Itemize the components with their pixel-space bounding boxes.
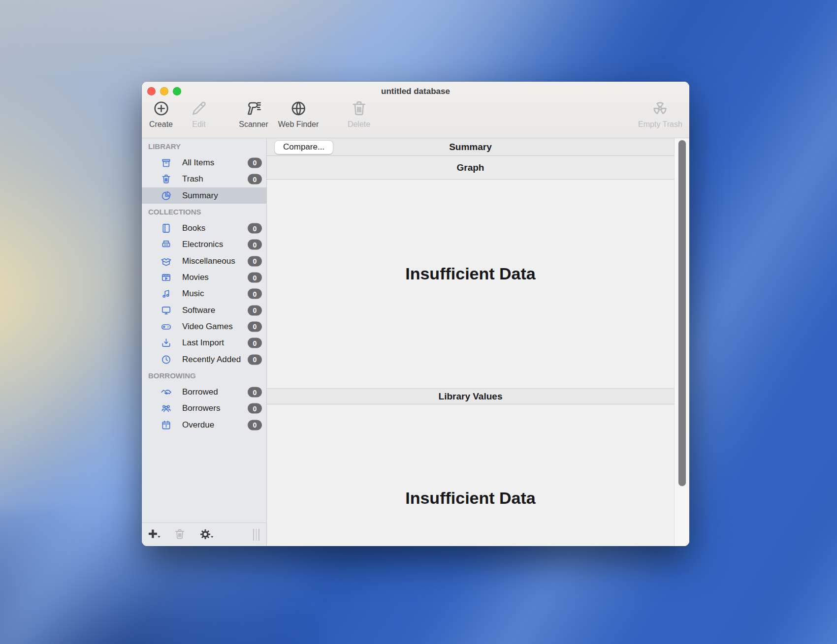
toolbar-button-edit: Edit bbox=[190, 99, 208, 129]
sidebar-item-miscellaneous[interactable]: Miscellaneous0 bbox=[142, 253, 266, 269]
sidebar-item-last-import[interactable]: Last Import0 bbox=[142, 335, 266, 351]
sidebar-item-label: All Items bbox=[182, 158, 214, 168]
sidebar-item-borrowers[interactable]: Borrowers0 bbox=[142, 400, 266, 417]
item-count-badge: 0 bbox=[248, 305, 262, 315]
toolbar-button-label: Edit bbox=[192, 120, 206, 129]
printer-icon bbox=[161, 239, 172, 250]
sidebar-item-label: Borrowed bbox=[182, 387, 218, 397]
toolbar-button-create[interactable]: Create bbox=[149, 99, 173, 129]
sidebar-item-recently-added[interactable]: Recently Added0 bbox=[142, 351, 266, 368]
library-values-header-band: Library Values bbox=[267, 388, 674, 404]
pie-chart-icon bbox=[161, 190, 172, 201]
monitor-icon bbox=[161, 305, 172, 316]
sidebar-item-label: Last Import bbox=[182, 338, 224, 348]
globe-icon bbox=[290, 99, 308, 118]
sidebar-item-music[interactable]: Music0 bbox=[142, 286, 266, 302]
clock-icon bbox=[161, 354, 172, 365]
sidebar-section-header-borrowing: BORROWING bbox=[142, 368, 266, 384]
sidebar-item-label: Summary bbox=[182, 191, 218, 201]
open-box-icon bbox=[161, 255, 172, 267]
movie-clapper-icon bbox=[161, 272, 172, 283]
sidebar-item-label: Trash bbox=[182, 174, 203, 184]
sidebar-item-label: Borrowers bbox=[182, 403, 220, 413]
sidebar-item-all-items[interactable]: All Items0 bbox=[142, 154, 266, 171]
add-plus-icon[interactable] bbox=[147, 528, 161, 541]
item-count-badge: 0 bbox=[248, 174, 262, 184]
sidebar-bottom-toolbar bbox=[142, 522, 266, 546]
graph-header: Graph bbox=[457, 162, 484, 173]
item-count-badge: 0 bbox=[248, 387, 262, 398]
item-count-badge: 0 bbox=[248, 289, 262, 299]
toolbar-button-label: Delete bbox=[348, 120, 370, 129]
scrollbar-thumb[interactable] bbox=[678, 140, 686, 487]
gear-icon[interactable] bbox=[199, 528, 215, 541]
sidebar-item-movies[interactable]: Movies0 bbox=[142, 269, 266, 285]
sidebar-item-label: Software bbox=[182, 306, 215, 315]
item-count-badge: 0 bbox=[248, 223, 262, 234]
graph-area: Insufficient Data bbox=[267, 180, 674, 388]
sidebar-item-label: Electronics bbox=[182, 240, 223, 249]
plus-circle-icon bbox=[152, 99, 170, 118]
calendar-alert-icon bbox=[161, 419, 172, 430]
toolbar-button-empty-trash: Empty Trash bbox=[638, 99, 682, 129]
sidebar-item-software[interactable]: Software0 bbox=[142, 302, 266, 318]
sidebar-item-overdue[interactable]: Overdue0 bbox=[142, 417, 266, 433]
trash-icon bbox=[161, 174, 172, 185]
toolbar-button-label: Web Finder bbox=[278, 120, 319, 129]
item-count-badge: 0 bbox=[248, 403, 262, 414]
sidebar-item-books[interactable]: Books0 bbox=[142, 220, 266, 236]
graph-header-band: Graph bbox=[267, 156, 674, 180]
values-placeholder-text: Insufficient Data bbox=[267, 489, 674, 508]
item-count-badge: 0 bbox=[248, 338, 262, 348]
window-title: untitled database bbox=[142, 87, 689, 96]
handshake-icon bbox=[161, 387, 172, 398]
sidebar-item-label: Overdue bbox=[182, 420, 214, 430]
app-window: untitled database CreateEditScannerWeb F… bbox=[142, 82, 689, 546]
import-tray-icon bbox=[161, 337, 172, 349]
pencil-icon bbox=[190, 99, 208, 118]
sidebar-item-label: Recently Added bbox=[182, 355, 241, 365]
scrollbar-track bbox=[674, 138, 689, 546]
sidebar-section-header-library: LIBRARY bbox=[142, 138, 266, 154]
graph-placeholder-text: Insufficient Data bbox=[267, 264, 674, 283]
toolbar-button-scanner[interactable]: Scanner bbox=[239, 99, 268, 129]
item-count-badge: 0 bbox=[248, 273, 262, 283]
trash-icon bbox=[350, 99, 368, 118]
trash-icon bbox=[173, 528, 186, 541]
item-count-badge: 0 bbox=[248, 420, 262, 430]
radiation-icon bbox=[651, 99, 670, 118]
item-count-badge: 0 bbox=[248, 157, 262, 168]
music-note-icon bbox=[161, 288, 172, 300]
sidebar-item-summary[interactable]: Summary bbox=[142, 187, 266, 204]
library-values-header: Library Values bbox=[439, 391, 503, 402]
item-count-badge: 0 bbox=[248, 321, 262, 332]
sidebar-item-label: Books bbox=[182, 223, 205, 233]
library-values-area: Insufficient Data bbox=[267, 404, 674, 546]
sidebar-item-label: Video Games bbox=[182, 322, 233, 332]
item-count-badge: 0 bbox=[248, 256, 262, 266]
toolbar-button-delete: Delete bbox=[348, 99, 370, 129]
sidebar-item-label: Miscellaneous bbox=[182, 256, 235, 266]
sidebar-item-borrowed[interactable]: Borrowed0 bbox=[142, 384, 266, 400]
main-content: Compare... Summary Graph Insufficient Da… bbox=[266, 138, 689, 546]
toolbar-button-label: Scanner bbox=[239, 120, 268, 129]
summary-header-band: Compare... Summary bbox=[267, 138, 674, 156]
column-drag-handle[interactable] bbox=[253, 529, 259, 541]
toolbar-button-label: Empty Trash bbox=[638, 120, 682, 129]
summary-header: Summary bbox=[449, 142, 492, 153]
sidebar-item-label: Music bbox=[182, 289, 204, 299]
archive-box-icon bbox=[161, 157, 172, 168]
item-count-badge: 0 bbox=[248, 240, 262, 250]
people-icon bbox=[161, 403, 172, 414]
sidebar-item-trash[interactable]: Trash0 bbox=[142, 171, 266, 187]
item-count-badge: 0 bbox=[248, 354, 262, 365]
sidebar-item-electronics[interactable]: Electronics0 bbox=[142, 237, 266, 253]
game-controller-icon bbox=[161, 321, 172, 332]
sidebar-item-video-games[interactable]: Video Games0 bbox=[142, 318, 266, 335]
sidebar: LIBRARYAll Items0Trash0SummaryCOLLECTION… bbox=[142, 138, 266, 522]
toolbar-button-web-finder[interactable]: Web Finder bbox=[278, 99, 319, 129]
barcode-scanner-icon bbox=[245, 99, 263, 118]
book-icon bbox=[161, 223, 172, 234]
summary-pane: Compare... Summary Graph Insufficient Da… bbox=[267, 138, 674, 546]
compare-button[interactable]: Compare... bbox=[275, 141, 333, 154]
